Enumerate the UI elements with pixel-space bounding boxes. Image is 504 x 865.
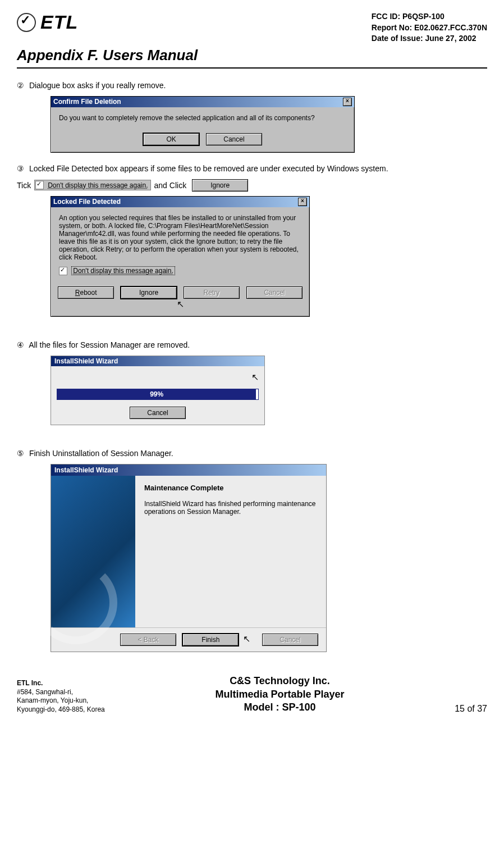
issue-date: Date of Issue: June 27, 2002 [372,33,487,44]
footer-left: ETL Inc. #584, Sangwhal-ri, Kanam-myon, … [17,679,105,714]
step-5-text: Finish Uninstallation of Session Manager… [29,449,173,458]
footer-center: C&S Technology Inc. Multimedia Portable … [215,675,344,714]
tick-label: Tick [17,181,31,190]
header-left: ETL [17,11,78,33]
locked-buttons: Reboot Ignore Retry Cancel ↖ [51,282,309,316]
retry-button[interactable]: Retry [184,286,240,299]
confirm-body: Do you want to completely remove the sel… [51,107,354,129]
wizard-side-graphic [51,476,135,627]
progress-percent: 99% [150,390,163,398]
step-4: ④ All the files for Session Manager are … [17,339,487,351]
cancel-button[interactable]: Cancel [246,286,303,299]
step-4-num: ④ [17,339,26,351]
finish-title: InstallShield Wizard [51,465,326,476]
confirm-buttons: OK Cancel [51,129,354,152]
page-number: 15 of 37 [455,704,487,714]
fcc-id: FCC ID: P6QSP-100 [372,11,487,22]
reboot-button[interactable]: Reboot [58,286,114,299]
page-footer: ETL Inc. #584, Sangwhal-ri, Kanam-myon, … [17,675,487,714]
report-no: Report No: E02.0627.FCC.370N [372,22,487,34]
inline-ignore-button[interactable]: Ignore [192,179,248,192]
footer-center1: C&S Technology Inc. [215,675,344,688]
ignore-button[interactable]: Ignore [121,286,177,299]
page: ETL FCC ID: P6QSP-100 Report No: E02.062… [0,0,504,725]
header: ETL FCC ID: P6QSP-100 Report No: E02.062… [17,11,487,44]
cancel-button[interactable]: Cancel [130,407,186,419]
ok-button[interactable]: OK [143,133,199,145]
header-meta: FCC ID: P6QSP-100 Report No: E02.0627.FC… [372,11,487,44]
cancel-button[interactable]: Cancel [206,133,262,145]
back-button[interactable]: < Back [120,634,176,646]
progress-title: InstallShield Wizard [51,356,264,366]
step-2-text: Dialogue box asks if you really remove. [29,81,166,90]
footer-company: ETL Inc. [17,679,105,688]
close-icon[interactable]: × [343,98,352,106]
cursor-icon: ↖ [177,299,184,309]
logo-icon [17,13,36,32]
logo: ETL [17,11,78,33]
checkbox-icon[interactable] [35,181,44,189]
and-click-label: and Click [154,181,187,190]
step-2: ② Dialogue box asks if you really remove… [17,80,487,92]
confirm-title: Confirm File Deletion [53,98,121,106]
header-rule [17,67,487,69]
locked-checkbox-label: Don't display this message again. [71,266,175,275]
finish-body: Maintenance Complete InstallShield Wizar… [51,476,326,627]
footer-center3: Model : SP-100 [215,701,344,714]
step-3-num: ③ [17,163,26,175]
locked-body-text: An option you selected requires that fil… [59,214,301,261]
progress-dialog: InstallShield Wizard ↖ 99% Cancel [51,356,265,425]
close-icon[interactable]: × [298,198,307,206]
step-3-text: Locked File Detected box appears if some… [29,164,388,173]
step-3-inline: Tick Don't display this message again. a… [17,179,487,192]
inline-checkbox[interactable]: Don't display this message again. [34,180,150,190]
cursor-icon: ↖ [243,634,250,644]
step-5-num: ⑤ [17,448,26,459]
appendix-title: Appendix F. Users Manual [17,47,487,64]
footer-addr2: Kanam-myon, Yoju-kun, [17,696,105,705]
wizard-content: Maintenance Complete InstallShield Wizar… [135,476,326,627]
locked-title: Locked File Detected [53,198,121,206]
locked-titlebar: Locked File Detected × [51,197,309,207]
inline-checkbox-label: Don't display this message again. [46,181,149,189]
cursor-icon: ↖ [251,372,259,383]
step-4-text: All the files for Session Manager are re… [29,340,190,349]
finish-heading: Maintenance Complete [144,484,317,492]
locked-body: An option you selected requires that fil… [51,207,309,282]
progress-bar: 99% [57,389,259,400]
footer-addr3: Kyounggi-do, 469-885, Korea [17,705,105,714]
footer-addr1: #584, Sangwhal-ri, [17,688,105,697]
cancel-button[interactable]: Cancel [262,634,318,646]
step-2-num: ② [17,80,26,92]
locked-dialog: Locked File Detected × An option you sel… [51,196,310,317]
confirm-dialog: Confirm File Deletion × Do you want to c… [51,96,355,153]
finish-dialog: InstallShield Wizard Maintenance Complet… [51,464,327,652]
locked-checkbox-row: Don't display this message again. [59,267,301,275]
step-5: ⑤ Finish Uninstallation of Session Manag… [17,448,487,459]
checkbox-icon[interactable] [59,267,67,275]
step-3: ③ Locked File Detected box appears if so… [17,163,487,175]
confirm-titlebar: Confirm File Deletion × [51,97,354,107]
logo-text: ETL [40,11,78,33]
progress-body: ↖ 99% Cancel [51,366,264,425]
finish-button[interactable]: Finish [182,634,239,646]
finish-body-text: InstallShield Wizard has finished perfor… [144,500,317,516]
footer-center2: Multimedia Portable Player [215,688,344,701]
